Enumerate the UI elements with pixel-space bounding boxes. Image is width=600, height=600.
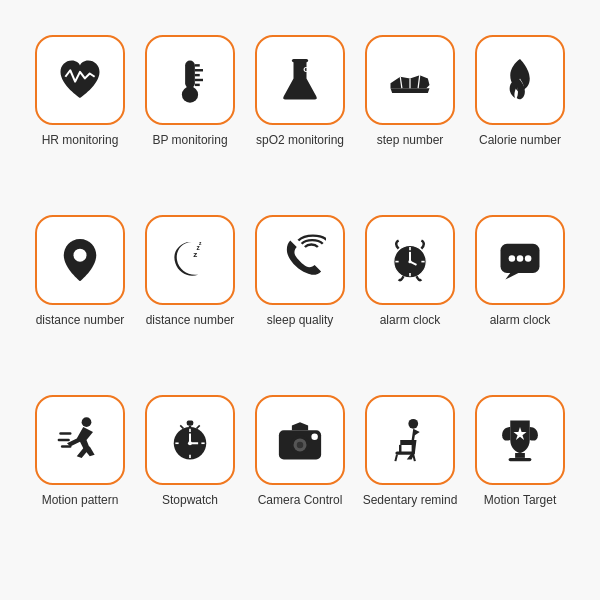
icon-box-message	[475, 215, 565, 305]
svg-text:O2: O2	[303, 65, 314, 74]
motion-icon	[54, 414, 106, 466]
label-sedentary: Sedentary remind	[363, 493, 458, 509]
label-stopwatch: Stopwatch	[162, 493, 218, 509]
label-step: step number	[377, 133, 444, 149]
hr-icon	[54, 54, 106, 106]
svg-point-24	[517, 255, 524, 262]
label-camera: Camera Control	[258, 493, 343, 509]
icon-box-sedentary	[365, 395, 455, 485]
bp-icon	[164, 54, 216, 106]
cell-message: alarm clock	[470, 215, 570, 385]
icon-box-sleep: z z z	[145, 215, 235, 305]
calorie-icon	[494, 54, 546, 106]
svg-rect-7	[292, 59, 308, 62]
cell-step: step number	[360, 35, 460, 205]
icon-box-stopwatch	[145, 395, 235, 485]
sedentary-icon	[384, 414, 436, 466]
label-message: alarm clock	[490, 313, 551, 329]
svg-line-50	[395, 455, 397, 462]
svg-line-33	[180, 425, 183, 428]
cell-sleep: z z z distance number	[140, 215, 240, 385]
svg-point-37	[188, 441, 192, 445]
cell-motion: Motion pattern	[30, 395, 130, 565]
svg-rect-52	[515, 453, 525, 458]
svg-rect-53	[509, 458, 532, 461]
svg-point-25	[525, 255, 532, 262]
cell-distance: distance number	[30, 215, 130, 385]
svg-point-17	[408, 260, 411, 263]
label-phone: sleep quality	[267, 313, 334, 329]
icon-box-motion	[35, 395, 125, 485]
label-alarm1: alarm clock	[380, 313, 441, 329]
distance-icon	[54, 234, 106, 286]
label-hr: HR monitoring	[42, 133, 119, 149]
cell-spo2: O2 spO2 monitoring	[250, 35, 350, 205]
icon-box-hr	[35, 35, 125, 125]
svg-point-26	[82, 417, 92, 427]
svg-line-51	[413, 455, 415, 462]
phone-icon	[274, 234, 326, 286]
label-target: Motion Target	[484, 493, 557, 509]
svg-point-1	[182, 87, 198, 103]
label-calorie: Calorie number	[479, 133, 561, 149]
spo2-icon: O2	[274, 54, 326, 106]
cell-stopwatch: Stopwatch	[140, 395, 240, 565]
svg-rect-0	[185, 61, 195, 89]
label-bp: BP monitoring	[152, 133, 227, 149]
icon-box-target	[475, 395, 565, 485]
svg-point-45	[297, 442, 304, 449]
svg-point-9	[74, 249, 87, 262]
icon-box-spo2: O2	[255, 35, 345, 125]
svg-rect-49	[395, 451, 415, 454]
icon-box-camera	[255, 395, 345, 485]
icon-box-calorie	[475, 35, 565, 125]
cell-hr: HR monitoring	[30, 35, 130, 205]
cell-sedentary: Sedentary remind	[360, 395, 460, 565]
target-icon	[494, 414, 546, 466]
label-distance: distance number	[36, 313, 125, 329]
cell-phone: sleep quality	[250, 215, 350, 385]
cell-camera: Camera Control	[250, 395, 350, 565]
svg-point-23	[509, 255, 516, 262]
cell-target: Motion Target	[470, 395, 570, 565]
label-spo2: spO2 monitoring	[256, 133, 344, 149]
svg-rect-31	[187, 421, 194, 426]
label-motion: Motion pattern	[42, 493, 119, 509]
icon-box-bp	[145, 35, 235, 125]
icon-box-alarm1	[365, 215, 455, 305]
svg-line-34	[197, 425, 200, 428]
icon-box-phone	[255, 215, 345, 305]
svg-point-47	[408, 419, 418, 429]
svg-point-46	[311, 434, 318, 441]
svg-text:z: z	[199, 241, 202, 246]
sleep-icon: z z z	[164, 234, 216, 286]
step-icon	[384, 54, 436, 106]
cell-bp: BP monitoring	[140, 35, 240, 205]
feature-grid: HR monitoring BP monitoring O2	[10, 15, 590, 585]
icon-box-step	[365, 35, 455, 125]
cell-calorie: Calorie number	[470, 35, 570, 205]
alarm1-icon	[384, 234, 436, 286]
message-icon	[494, 234, 546, 286]
label-sleep: distance number	[146, 313, 235, 329]
cell-alarm1: alarm clock	[360, 215, 460, 385]
camera-icon	[274, 414, 326, 466]
stopwatch-icon	[164, 414, 216, 466]
icon-box-distance	[35, 215, 125, 305]
